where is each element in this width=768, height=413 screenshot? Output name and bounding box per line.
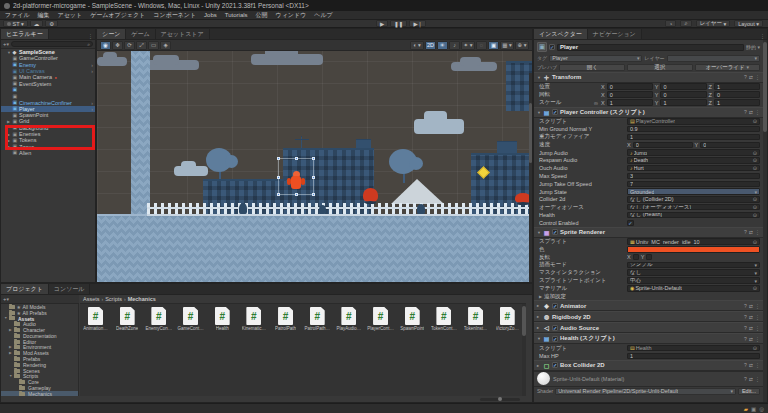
inspector-property-row[interactable]: Min Ground Normal Y X 0.9 ⊙ ▾ Y <box>534 125 763 133</box>
inspector-property-row[interactable]: スプライト X ▦ Unity_MC_render_idle_10 ⊙ ▾ Y <box>534 238 763 246</box>
component-enabled-checkbox[interactable]: ✓ <box>552 229 558 235</box>
menu-item[interactable]: 公開 <box>256 11 268 20</box>
object-picker-icon[interactable]: ⊙ <box>753 345 757 351</box>
asset-item[interactable]: # GameCont… <box>176 307 205 331</box>
layer-dropdown[interactable]: ▾ <box>667 55 760 62</box>
property-field[interactable]: ✓ ⊙ ▾ <box>627 220 634 227</box>
component-enabled-checkbox[interactable]: ✓ <box>552 303 558 309</box>
component-header[interactable]: ▸ ◈ ✓ Animator ?⇄⋮ <box>534 300 763 311</box>
step-button[interactable]: ▶❘ <box>409 20 426 27</box>
inspector-property-row[interactable]: Control Enabled X ✓ ⊙ ▾ Y <box>534 219 763 227</box>
property-field[interactable]: 0 ⊙ ▾ <box>633 142 693 149</box>
player-controller-header[interactable]: ▼▤ ✓ Player Controller (スクリプト) ?⇄⋮ <box>534 107 763 118</box>
asset-item[interactable]: # PlayerCont… <box>366 307 395 331</box>
inspector-more-icon[interactable]: ⋮ <box>760 33 767 39</box>
y-field[interactable]: 0 <box>660 83 706 90</box>
prefab-open-button[interactable]: 開く <box>559 64 625 71</box>
status-icon[interactable]: ▣ <box>751 406 756 412</box>
foldout-icon[interactable]: ▶ <box>9 351 13 355</box>
object-picker-icon[interactable]: ⊙ <box>753 150 757 156</box>
asset-item[interactable]: # PatrolPath… <box>303 307 332 331</box>
foldout-icon[interactable]: ▶ <box>9 345 13 349</box>
asset-item[interactable]: # PatrolPath <box>271 307 300 331</box>
property-field[interactable]: Grounded ⊙ ▾ <box>627 188 760 195</box>
asset-zoom-slider[interactable] <box>480 398 520 401</box>
inspector-property-row[interactable]: Max HP 1 ⊙ ▾ <box>534 352 763 360</box>
inspector-property-row[interactable]: 色 X ⊙ ▾ Y <box>534 245 763 253</box>
property-field[interactable]: ♪ Death ⊙ ▾ <box>627 157 760 164</box>
inspector-property-row[interactable]: 重力モディファイア X 1 ⊙ ▾ Y <box>534 133 763 141</box>
object-picker-icon[interactable]: ⊙ <box>753 157 757 163</box>
inspector-property-row[interactable]: 速度 X 0 ⊙ ▾ Y 0 <box>534 141 763 149</box>
menu-item[interactable]: アセット <box>58 11 83 20</box>
inspector-property-row[interactable]: スクリプト X ▤ PlayerController ⊙ ▾ Y <box>534 118 763 126</box>
property-field[interactable]: ◉ Sprite-Unlit-Default ⊙ ▾ <box>627 285 760 292</box>
y-field[interactable]: 0 <box>660 91 706 98</box>
property-field[interactable]: なし ⊙ ▾ <box>627 269 760 276</box>
scene-tool-button[interactable]: ⤢ <box>136 41 147 50</box>
property-field[interactable]: ▤ Health ⊙ ▾ <box>627 345 760 352</box>
foldout-icon[interactable]: ▶ <box>7 138 11 143</box>
account-button[interactable]: ST ▾ <box>3 20 28 27</box>
property-field[interactable]: 中心 ⊙ ▾ <box>627 277 760 284</box>
pause-button[interactable]: ❚❚ <box>390 20 407 27</box>
component-enabled-checkbox[interactable]: ✓ <box>552 109 558 115</box>
component-enabled-checkbox[interactable]: ✓ <box>552 336 558 342</box>
inspector-property-row[interactable]: Respawn Audio X ♪ Death ⊙ ▾ Y <box>534 156 763 164</box>
menu-item[interactable]: コンポーネント <box>153 11 196 20</box>
scene-option-button[interactable]: ◌ <box>476 41 487 50</box>
y-field[interactable]: 1 <box>660 99 706 106</box>
asset-item[interactable]: # Animation… <box>81 307 110 331</box>
folder-row[interactable]: Mechanics <box>1 391 78 396</box>
scene-option-button[interactable]: ▦ ▾ <box>500 41 514 50</box>
x-field[interactable]: 1 <box>607 99 653 106</box>
selection-handle[interactable] <box>312 176 315 179</box>
x-field[interactable]: 0 <box>607 83 653 90</box>
property-field[interactable]: ⊙ ▾ <box>633 254 639 260</box>
undo-history-button[interactable]: ◔ <box>665 20 676 27</box>
property-field[interactable]: シンプル ⊙ ▾ <box>627 262 760 269</box>
foldout-icon[interactable]: ▶ <box>7 119 11 124</box>
scene-option-button[interactable]: ☀ <box>437 41 448 50</box>
scene-option-button[interactable]: ✦ ▾ <box>461 41 475 50</box>
project-add-button[interactable]: +▾ <box>3 296 9 302</box>
scene-tool-button[interactable]: ◉ <box>100 41 111 50</box>
inspector-property-row[interactable]: 描画モード X シンプル ⊙ ▾ Y <box>534 261 763 269</box>
object-picker-icon[interactable]: ⊙ <box>753 212 757 218</box>
inspector-property-row[interactable]: オーディオソース X なし (オーディオソース) ⊙ ▾ Y <box>534 203 763 211</box>
property-field[interactable]: 3 ⊙ ▾ <box>627 173 760 180</box>
asset-item[interactable]: # DeathZone <box>113 307 142 331</box>
scene-tool-button[interactable]: ◈ <box>160 41 171 50</box>
breadcrumb-leaf[interactable]: Mechanics <box>128 296 156 302</box>
scene-tool-button[interactable]: ⟳ <box>124 41 135 50</box>
foldout-icon[interactable]: ▶ <box>7 132 11 137</box>
asset-item[interactable]: # Kinematic… <box>239 307 268 331</box>
inspector-property-row[interactable]: Jump Take Off Speed X 7 ⊙ ▾ Y <box>534 180 763 188</box>
asset-item[interactable]: # TokenInst… <box>461 307 490 331</box>
selection-handle[interactable] <box>295 157 298 160</box>
help-icon[interactable]: ? <box>744 74 747 80</box>
inspector-property-row[interactable]: スプライトソートポイント X 中心 ⊙ ▾ Y <box>534 277 763 285</box>
x-field[interactable]: 0 <box>607 91 653 98</box>
foldout-icon[interactable]: ▼ <box>4 316 8 320</box>
scene-tab[interactable]: シーン <box>97 29 126 39</box>
selection-handle[interactable] <box>312 193 315 196</box>
inspector-property-row[interactable]: Jump Audio X ♪ Jump ⊙ ▾ Y <box>534 149 763 157</box>
breadcrumb-root[interactable]: Assets <box>83 296 100 302</box>
selection-handle[interactable] <box>277 157 280 160</box>
property-field[interactable]: 7 ⊙ ▾ <box>627 181 760 188</box>
scene-tool-button[interactable]: ✥ <box>112 41 123 50</box>
hierarchy-row[interactable]: ▣ Alien <box>1 150 95 156</box>
property-field[interactable]: ⊙ ▾ <box>627 246 760 253</box>
additional-settings-foldout[interactable]: ▶ 追加設定 <box>534 292 763 300</box>
property-field[interactable]: 0.9 ⊙ ▾ <box>627 126 760 133</box>
prefab-overrides-dropdown[interactable]: オーバーライド ▾ <box>695 64 761 71</box>
status-icon[interactable]: ◎ <box>759 406 764 412</box>
property-field[interactable]: 1 ⊙ ▾ <box>627 353 760 360</box>
scene-option-button[interactable]: 2D <box>425 41 436 50</box>
status-icon[interactable]: ▰ <box>744 406 748 412</box>
hierarchy-add-button[interactable]: +▾ <box>3 41 9 47</box>
services-button[interactable]: ⚙ <box>45 20 58 27</box>
menu-item[interactable]: ゲームオブジェクト <box>90 11 145 20</box>
foldout-icon[interactable]: ▶ <box>7 144 11 149</box>
